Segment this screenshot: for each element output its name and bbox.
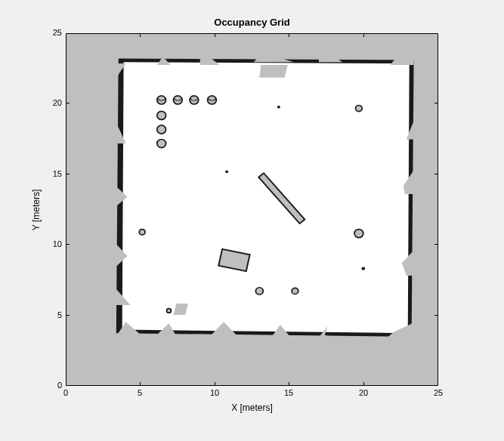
- tickmark: [66, 385, 70, 386]
- tickmark: [140, 382, 141, 386]
- svg-point-30: [255, 288, 263, 295]
- xtick-label: 15: [277, 388, 300, 397]
- svg-point-26: [157, 125, 166, 134]
- tickmark: [66, 244, 70, 245]
- svg-point-23: [190, 96, 199, 104]
- svg-point-32: [139, 230, 145, 235]
- tickmark: [434, 244, 438, 245]
- tickmark: [215, 33, 215, 37]
- tickmark: [140, 33, 141, 37]
- tickmark: [363, 33, 364, 37]
- svg-point-27: [157, 139, 166, 147]
- tickmark: [66, 315, 70, 316]
- tickmark: [66, 103, 70, 103]
- xtick-label: 20: [352, 388, 375, 397]
- tickmark: [434, 385, 438, 386]
- svg-point-28: [356, 105, 363, 111]
- y-axis-label: Y [meters]: [29, 33, 44, 386]
- xtick-label: 5: [128, 388, 151, 397]
- chart-title: Occupancy Grid: [66, 17, 438, 28]
- axes: [66, 33, 438, 386]
- figure: Occupancy Grid: [0, 0, 504, 441]
- tickmark: [363, 382, 364, 386]
- tickmark: [215, 382, 215, 386]
- tickmark: [434, 174, 438, 174]
- tickmark: [66, 174, 70, 174]
- svg-point-31: [292, 288, 298, 294]
- tickmark: [434, 315, 438, 316]
- tickmark: [434, 33, 438, 34]
- x-axis-label: X [meters]: [66, 402, 438, 413]
- tickmark: [66, 33, 70, 34]
- xtick-label: 25: [427, 388, 450, 397]
- tickmark: [289, 33, 289, 37]
- xtick-label: 10: [203, 388, 226, 397]
- svg-point-29: [354, 230, 363, 238]
- svg-point-22: [173, 96, 182, 104]
- svg-point-36: [361, 267, 365, 270]
- occupancy-map: [66, 34, 438, 385]
- svg-marker-11: [259, 65, 287, 78]
- svg-point-35: [225, 170, 228, 173]
- svg-point-34: [277, 106, 280, 109]
- tickmark: [289, 382, 289, 386]
- tickmark: [434, 103, 438, 103]
- svg-point-33: [167, 309, 172, 313]
- svg-point-25: [157, 111, 166, 119]
- svg-point-21: [157, 96, 166, 104]
- svg-point-24: [208, 96, 217, 104]
